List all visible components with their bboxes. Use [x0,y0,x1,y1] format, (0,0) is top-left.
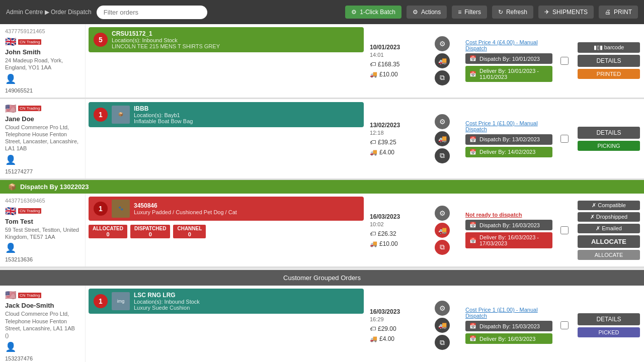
order-price: £29.00 [378,325,396,332]
checkbox-section[interactable] [555,24,574,98]
print-button[interactable]: 🖨 PRINT [599,6,638,19]
cn-badge: CN Trading [18,293,41,298]
flag-icon: 🇺🇸 [5,103,16,114]
actions-section: ⚙ 🚚 ⧉ [422,99,462,178]
calendar-icon2: 📅 [469,237,476,244]
delivery-price: £10.00 [379,71,398,78]
main-content: 4377759121465 🇬🇧 CN Trading John Smith 2… [0,24,644,362]
allocate-main-button[interactable]: ALLOCATE [578,235,640,248]
right-buttons: ▮▯▮ barcode DETAILS PRINTED [574,24,644,98]
right-buttons: DETAILS PICKING [574,99,644,178]
order-number: 4437716369465 [5,198,80,204]
order-price: £26.32 [378,230,396,237]
deliver-bar: 📅 Deliver By: 14/02/2023 [465,147,552,157]
product-sku: LSC RNG LRG [134,292,359,299]
calendar-icon: 📅 [469,55,476,62]
checkbox-section[interactable] [555,286,574,362]
calendar-icon: 📅 [469,136,476,143]
breadcrumb: Admin Centre ▶ Order Dispatch [6,9,92,16]
dispatch-banner-label: Dispatch By 13022023 [20,183,89,191]
product-location: Location(s): Bayb1 [134,112,359,118]
details-button[interactable]: DETAILS [578,55,640,67]
table-row: 🇺🇸 CN Trading Jack Doe-Smith Cloud Comme… [0,286,644,362]
copy-action-button[interactable]: ⧉ [435,240,450,255]
truck-action-button[interactable]: 🚚 [435,53,450,68]
order-checkbox[interactable] [560,321,569,329]
cost-price-link[interactable]: Cost Price 1 (£1.00) - Manual Dispatch [465,120,552,132]
allocate-sub-button[interactable]: ALLOCATE [578,250,640,260]
date-price: 16/03/2023 16:29 🏷£29.00 🚚£4.00 [367,286,422,362]
cost-price-link[interactable]: Cost Price 4 (£4.00) - Manual Dispatch [465,39,552,51]
actions-section: ⚙ 🚚 ⧉ [422,24,462,98]
product-count: 1 [94,108,108,122]
seller-id: 153213636 [5,256,80,262]
search-input[interactable] [97,6,207,19]
actions-button[interactable]: ⚙ Actions [407,6,447,19]
product-tags: ALLOCATED0 DISPATCHED0 CHANNEL0 [89,225,364,238]
filters-button[interactable]: ≡ Filters [452,6,487,19]
product-thumbnail: img [112,292,130,310]
shipments-button[interactable]: ✈ SHIPMENTS [538,6,594,19]
details-button[interactable]: DETAILS [578,313,640,325]
product-info: CRSU15172_1 Location(s): Inbound Stock L… [112,30,359,49]
settings-action-button[interactable]: ⚙ [435,301,450,316]
cost-price-link[interactable]: Cost Price 1 (£1.00) - Manual Dispatch [465,307,552,319]
delivery-row: 🚚£4.00 [370,335,419,342]
delivery-row: 🚚£10.00 [370,240,419,247]
seller-id: 151274277 [5,168,80,174]
product-card: 1 🐾 3450846 Luxury Padded / Cushioned Pe… [89,197,364,221]
cost-price-link[interactable]: Not ready to dispatch [465,212,552,218]
product-location: Location(s): Inbound Stock [134,299,359,305]
dropshipped-button[interactable]: ✗ Dropshipped [578,212,640,222]
settings-action-button[interactable]: ⚙ [435,114,450,129]
copy-action-button[interactable]: ⧉ [435,70,450,85]
product-thumbnail: 🐾 [112,200,130,218]
order-checkbox[interactable] [560,57,569,65]
emailed-button[interactable]: ✗ Emailed [578,224,640,233]
actions-section: ⚙ 🚚 ⧉ [422,194,462,267]
truck-action-button[interactable]: 🚚 [435,318,450,333]
flag-icon: 🇬🇧 [5,36,16,47]
compatible-button[interactable]: ✗ Compatible [578,201,640,210]
refresh-button[interactable]: ↻ Refresh [492,6,533,19]
order-checkbox[interactable] [560,135,569,143]
date-price: 13/02/2023 12:18 🏷£39.25 🚚£4.00 [367,99,422,178]
truck-action-button[interactable]: 🚚 [435,223,450,238]
grouped-orders-label: Customer Grouped Orders [283,274,361,282]
seller-top: 🇬🇧 CN Trading [5,206,80,217]
status-button[interactable]: PICKING [578,141,640,151]
status-button[interactable]: PRINTED [578,69,640,79]
account-icon: 👤 [5,73,80,84]
seller-top: 🇬🇧 CN Trading [5,36,80,47]
order-number: 4377759121465 [5,28,80,34]
calendar-icon: 📅 [469,323,476,329]
order-date: 13/02/2023 [370,122,419,129]
product-count: 5 [94,33,108,47]
copy-action-button[interactable]: ⧉ [435,335,450,350]
seller-top: 🇺🇸 CN Trading [5,290,80,301]
right-buttons: ✗ Compatible ✗ Dropshipped ✗ Emailed ALL… [574,194,644,267]
checkbox-section[interactable] [555,99,574,178]
barcode-button[interactable]: ▮▯▮ barcode [578,42,640,53]
order-time: 10:02 [370,221,419,227]
settings-action-button[interactable]: ⚙ [435,206,450,221]
copy-action-button[interactable]: ⧉ [435,148,450,163]
delivery-row: 🚚£4.00 [370,149,419,156]
one-click-batch-button[interactable]: ⚙ 1-Click Batch [345,6,401,19]
order-checkbox[interactable] [560,226,569,234]
seller-info: 4377759121465 🇬🇧 CN Trading John Smith 2… [0,24,86,98]
truck-action-button[interactable]: 🚚 [435,131,450,146]
status-button[interactable]: PICKED [578,327,640,337]
settings-action-button[interactable]: ⚙ [435,36,450,51]
details-button[interactable]: DETAILS [578,127,640,139]
customer-address: Cloud Commerce Pro Ltd, Telephone House … [5,124,80,152]
table-row: 4377759121465 🇬🇧 CN Trading John Smith 2… [0,24,644,99]
deliver-bar: 📅 Deliver By: 16/03/2023 [465,333,552,344]
account-icon: 👤 [5,242,80,253]
checkbox-section[interactable] [555,194,574,267]
customer-address: 24 Madeup Road, York, England, YO1 1AA [5,57,80,71]
top-header: Admin Centre ▶ Order Dispatch ⚙ 1-Click … [0,0,644,24]
price-row: 🏷£39.25 [370,139,419,146]
allocated-tag: ALLOCATED0 [89,225,127,238]
flag-icon: 🇺🇸 [5,290,16,301]
